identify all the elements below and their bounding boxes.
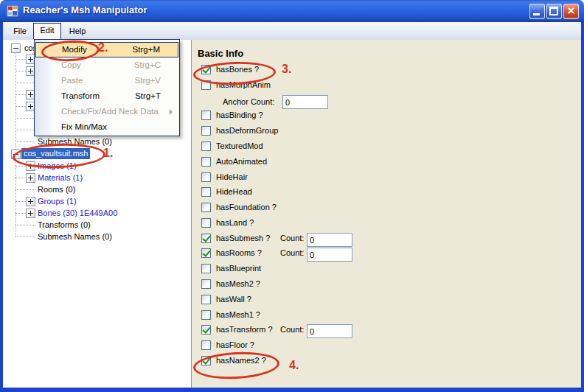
tree-node-selected[interactable]: cos_vaultsuit.msh [21, 148, 90, 159]
checkbox-hasmorphanim[interactable] [201, 80, 211, 90]
count-label-hastransform: Count: [280, 324, 304, 335]
minimize-button[interactable] [529, 4, 545, 19]
menu-item-check-fix-add-neck-data[interactable]: Check/Fix/Add Neck Data [35, 104, 178, 119]
checkbox-label-hastransform[interactable]: hasTransform ? [216, 324, 273, 335]
count-input-hasrooms[interactable] [307, 248, 352, 262]
count-label-hassubmesh: Count: [280, 233, 304, 244]
tree-connector-line [15, 201, 26, 202]
close-button[interactable] [563, 4, 579, 19]
menu-item-shortcut: Strg+C [134, 57, 161, 73]
checkbox-texturedmod[interactable] [201, 141, 211, 151]
count-input-hassubmesh[interactable] [307, 233, 352, 247]
tree-node-submesh-names-0[interactable]: Submesh Names (0) [38, 231, 112, 242]
menu-item-label: Transform [61, 88, 100, 104]
checkbox-haswall[interactable] [201, 295, 211, 304]
menu-edit[interactable]: Edit [33, 23, 61, 39]
window-border-right [581, 22, 584, 392]
submenu-arrow-icon [170, 109, 173, 115]
checkbox-label-hasblueprint[interactable]: hasBlueprint [216, 263, 261, 274]
tree-connector-line [15, 178, 26, 178]
tree-node-bones-30-1e449a00[interactable]: Bones (30) 1E449A00 [38, 207, 117, 219]
checkbox-hasdeformgroup[interactable] [201, 126, 211, 136]
count-input-hastransform[interactable] [307, 324, 352, 338]
tree-connector-line [15, 71, 26, 71]
menu-item-copy[interactable]: CopyStrg+C [35, 57, 178, 73]
checkbox-hassubmesh[interactable] [201, 234, 211, 243]
tree-expand-icon[interactable] [26, 161, 35, 171]
checkbox-label-hasdeformgroup[interactable]: hasDeformGroup [216, 125, 278, 136]
checkbox-hasbones[interactable] [201, 65, 211, 74]
menu-item-fix-min-max[interactable]: Fix Min/Max [35, 119, 178, 135]
tree-node-groups-1[interactable]: Groups (1) [38, 195, 77, 207]
annotation-number-3: 3. [282, 63, 291, 76]
tree-expand-icon[interactable] [26, 173, 35, 183]
checkbox-label-hasmorphanim[interactable]: hasMorphAnim [216, 80, 271, 91]
tree-node-materials-1[interactable]: Materials (1) [38, 172, 83, 183]
checkbox-label-hasnames2[interactable]: hasNames2 ? [216, 355, 266, 366]
checkbox-hasmesh1[interactable] [201, 310, 211, 320]
checkbox-label-hasfoundation[interactable]: hasFoundation ? [216, 202, 277, 213]
annotation-number-2: 2. [98, 41, 108, 55]
field-input-anchor-count[interactable] [282, 95, 328, 109]
maximize-button[interactable] [546, 4, 562, 19]
checkbox-label-hasbones[interactable]: hasBones ? [216, 64, 259, 75]
tree-connector-line [15, 106, 26, 107]
checkbox-label-hasmesh2[interactable]: hasMesh2 ? [216, 279, 260, 290]
checkbox-hidehair[interactable] [201, 172, 211, 182]
tree-node-rooms-0[interactable]: Rooms (0) [38, 183, 75, 195]
tree-node-submesh-names-0[interactable]: Submesh Names (0) [38, 136, 112, 147]
checkbox-hasbinding[interactable] [201, 111, 211, 120]
checkbox-hidehead[interactable] [201, 187, 211, 197]
tree-collapse-icon[interactable] [11, 150, 21, 159]
tree-connector-line [15, 225, 35, 225]
tree-connector-line [15, 53, 16, 154]
titlebar[interactable]: Reacher's Msh Manipulator [0, 0, 584, 22]
tree-expand-icon[interactable] [26, 209, 35, 218]
checkbox-hasnames2[interactable] [201, 356, 211, 365]
tree-connector-line [15, 237, 35, 237]
tree-connector-line [15, 130, 35, 130]
menu-file[interactable]: File [9, 24, 31, 38]
basic-info-panel: Basic Info hasBones ?hasMorphAnimAnchor … [192, 40, 581, 388]
checkbox-label-hidehead[interactable]: HideHead [216, 186, 252, 197]
checkbox-hasmesh2[interactable] [201, 279, 211, 289]
checkbox-hasblueprint[interactable] [201, 264, 211, 273]
checkbox-label-hassubmesh[interactable]: hasSubmesh ? [216, 233, 270, 244]
checkbox-label-hasmesh1[interactable]: hasMesh1 ? [216, 309, 260, 321]
checkbox-label-hasbinding[interactable]: hasBinding ? [216, 110, 263, 121]
checkbox-hasland[interactable] [201, 218, 211, 228]
tree-connector-line [15, 94, 26, 95]
field-label-anchor-count: Anchor Count: [223, 97, 274, 108]
annotation-number-1: 1. [103, 147, 113, 160]
menu-item-label: Fix Min/Max [61, 119, 107, 135]
menu-help[interactable]: Help [63, 24, 91, 38]
tree-connector-line [15, 166, 26, 167]
checkbox-hasfloor[interactable] [201, 340, 211, 350]
menu-item-label: Modify [62, 43, 87, 57]
menu-item-paste[interactable]: PasteStrg+V [35, 73, 178, 88]
tree-node-images-1[interactable]: Images (1) [38, 160, 77, 172]
tree-expand-icon[interactable] [26, 197, 35, 206]
checkbox-label-hidehair[interactable]: HideHair [216, 172, 248, 183]
tree-connector-line [15, 83, 35, 83]
count-label-hasrooms: Count: [280, 248, 304, 259]
annotation-number-4: 4. [289, 359, 299, 372]
checkbox-hasfoundation[interactable] [201, 203, 211, 212]
checkbox-label-hasland[interactable]: hasLand ? [216, 217, 254, 228]
tree-collapse-icon[interactable] [11, 43, 21, 53]
tree-connector-line [15, 189, 35, 190]
checkbox-label-haswall[interactable]: hasWall ? [216, 294, 251, 305]
checkbox-hastransform[interactable] [201, 325, 211, 335]
window-title: Reacher's Msh Manipulator [23, 4, 147, 15]
checkbox-label-hasrooms[interactable]: hasRooms ? [216, 248, 262, 259]
tree-connector-line [15, 118, 35, 119]
menubar: File Edit Help [3, 22, 581, 40]
checkbox-label-texturedmod[interactable]: TexturedMod [216, 141, 263, 152]
app-window: Reacher's Msh Manipulator File Edit Help… [0, 0, 584, 392]
checkbox-autoanimated[interactable] [201, 157, 211, 167]
tree-node-transforms-0[interactable]: Transforms (0) [38, 219, 91, 231]
menu-item-transform[interactable]: TransformStrg+T [35, 88, 178, 104]
checkbox-hasrooms[interactable] [201, 248, 211, 258]
checkbox-label-autoanimated[interactable]: AutoAnimated [216, 156, 267, 167]
checkbox-label-hasfloor[interactable]: hasFloor ? [216, 340, 254, 351]
